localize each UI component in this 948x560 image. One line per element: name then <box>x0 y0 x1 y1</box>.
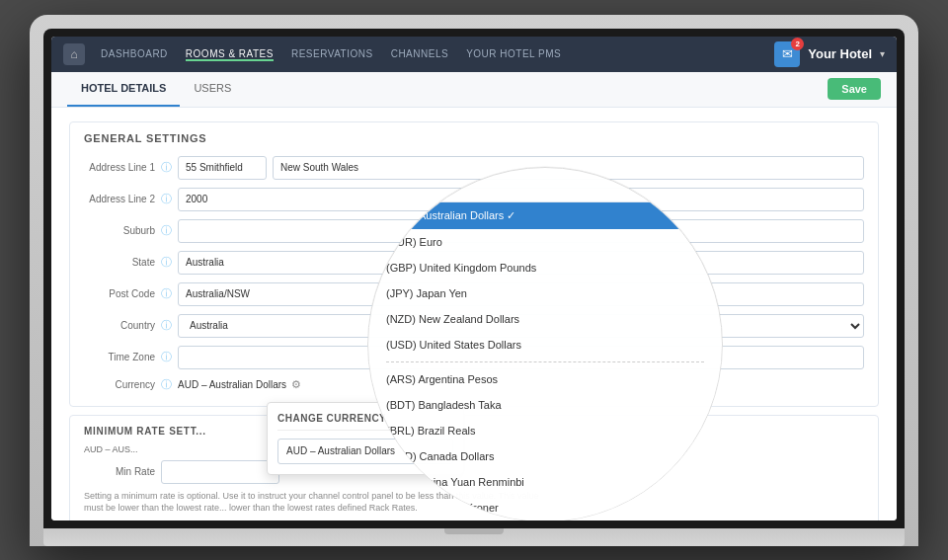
min-rate-currency-label: AUD – AUS... <box>84 444 138 454</box>
currency-gear-icon[interactable]: ⚙ <box>291 378 301 391</box>
postcode-info-icon[interactable]: ⓘ <box>161 286 172 301</box>
home-icon[interactable]: ⌂ <box>63 43 85 65</box>
currency-option-bdt[interactable]: (BDT) Bangladesh Taka <box>368 392 722 418</box>
nav-item-rooms-rates[interactable]: ROOMS & RATES <box>186 46 274 61</box>
notification-bell[interactable]: ✉ 2 <box>774 41 800 67</box>
hotel-name: Your Hotel <box>808 46 872 61</box>
sub-tabs-bar: HOTEL DETAILS USERS Save <box>51 72 897 108</box>
laptop-bottom <box>43 528 905 546</box>
tab-users[interactable]: USERS <box>180 71 245 107</box>
address-line1-label: Address Line 1 <box>84 162 155 173</box>
address-line1-row: Address Line 1 ⓘ <box>84 156 864 180</box>
address-line1-info-icon[interactable]: ⓘ <box>161 160 172 175</box>
suburb-info-icon[interactable]: ⓘ <box>161 223 172 238</box>
address-line1-input[interactable] <box>178 156 267 180</box>
hotel-name-chevron[interactable]: ▾ <box>880 48 885 59</box>
currency-option-nzd[interactable]: (NZD) New Zealand Dollars <box>368 306 722 332</box>
general-settings-title: GENERAL SETTINGS <box>84 132 864 144</box>
nav-item-dashboard[interactable]: DASHBOARD <box>101 46 168 61</box>
nav-item-hotel-pms[interactable]: YOUR HOTEL PMS <box>466 46 561 61</box>
currency-option-ars[interactable]: (ARS) Argentina Pesos <box>368 366 722 392</box>
address-line2-info-icon[interactable]: ⓘ <box>161 192 172 206</box>
timezone-label: Time Zone <box>84 352 155 362</box>
state-label: State <box>84 257 155 268</box>
content-area: GENERAL SETTINGS Address Line 1 ⓘ A <box>51 108 897 520</box>
currency-option-gbp[interactable]: (GBP) United Kingdom Pounds <box>368 255 722 280</box>
screen-bezel: ⌂ DASHBOARD ROOMS & RATES RESERVATIONS C… <box>43 29 905 528</box>
state-info-icon[interactable]: ⓘ <box>161 255 172 270</box>
save-button[interactable]: Save <box>828 78 881 100</box>
app-nav: ⌂ DASHBOARD ROOMS & RATES RESERVATIONS C… <box>51 37 897 72</box>
sub-tabs-left: HOTEL DETAILS USERS <box>67 71 245 107</box>
currency-label: Currency <box>84 379 155 390</box>
currency-info-icon[interactable]: ⓘ <box>161 377 172 392</box>
suburb-label: Suburb <box>84 225 155 236</box>
timezone-info-icon[interactable]: ⓘ <box>161 350 172 364</box>
nav-right: ✉ 2 Your Hotel ▾ <box>774 41 885 67</box>
currency-option-usd[interactable]: (USD) United States Dollars <box>368 332 722 358</box>
nav-item-reservations[interactable]: RESERVATIONS <box>291 46 373 61</box>
postcode-label: Post Code <box>84 288 155 299</box>
currency-divider <box>386 361 704 362</box>
address-line2-label: Address Line 2 <box>84 194 155 204</box>
country-label: Country <box>84 320 155 331</box>
currency-option-cad[interactable]: (CAD) Canada Dollars <box>368 443 722 469</box>
laptop-outer: ⌂ DASHBOARD ROOMS & RATES RESERVATIONS C… <box>30 15 918 546</box>
currency-dropdown-overlay: CURRENCY (AUD) Australian Dollars (EUR) … <box>367 167 723 520</box>
notification-badge: 2 <box>791 38 804 50</box>
laptop-screen: ⌂ DASHBOARD ROOMS & RATES RESERVATIONS C… <box>51 37 897 520</box>
currency-option-eur[interactable]: (EUR) Euro <box>368 229 722 255</box>
currency-option-brl[interactable]: (BRL) Brazil Reals <box>368 418 722 443</box>
min-rate-label: Min Rate <box>84 466 155 477</box>
currency-display: AUD – Australian Dollars <box>178 379 286 390</box>
currency-value-text: AUD – Australian Dollars ⚙ <box>178 378 301 391</box>
country-info-icon[interactable]: ⓘ <box>161 318 172 333</box>
min-rate-input[interactable] <box>161 460 279 484</box>
tab-hotel-details[interactable]: HOTEL DETAILS <box>67 71 180 107</box>
nav-item-channels[interactable]: CHANNELS <box>391 46 448 61</box>
nav-items: DASHBOARD ROOMS & RATES RESERVATIONS CHA… <box>101 46 758 61</box>
currency-option-jpy[interactable]: (JPY) Japan Yen <box>368 280 722 306</box>
